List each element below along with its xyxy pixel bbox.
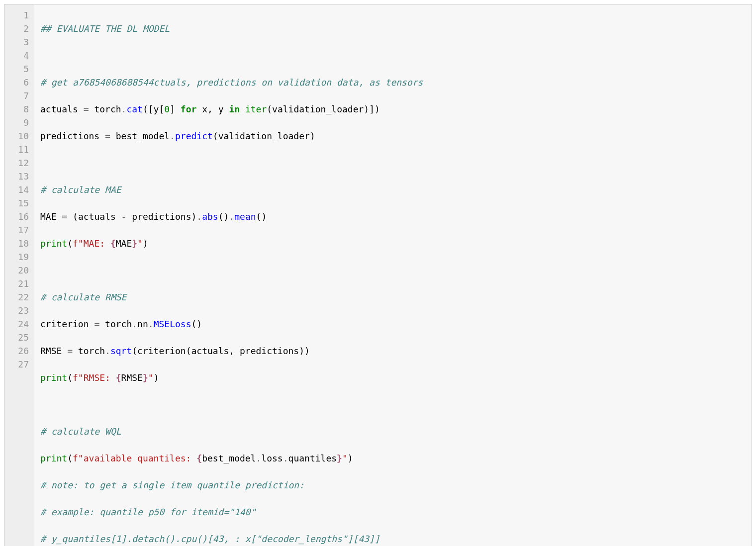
line-number: 17 [6, 223, 29, 237]
line-number: 24 [6, 317, 29, 331]
code-comment: # calculate RMSE [40, 292, 126, 302]
code-comment: # note: to get a single item quantile pr… [40, 480, 304, 490]
code-token: sqrt [110, 346, 132, 356]
line-number: 1 [6, 8, 29, 22]
code-token: = [62, 211, 67, 222]
code-token: () [218, 211, 229, 222]
code-token: print [40, 372, 67, 383]
code-token: abs [202, 211, 218, 222]
code-comment: # get a76854068688544ctuals, predictions… [40, 77, 423, 88]
code-token: . [256, 453, 262, 463]
code-token: iter [240, 104, 267, 114]
code-token: . [148, 319, 154, 329]
line-number: 18 [6, 237, 29, 250]
code-editor[interactable]: ## EVALUATE THE DL MODEL # get a76854068… [34, 4, 752, 546]
line-number: 12 [6, 156, 29, 170]
code-token: } [337, 453, 342, 463]
code-token: ) [154, 372, 159, 383]
code-token: } [143, 372, 148, 383]
code-token: = [94, 319, 99, 329]
code-token: { [110, 238, 116, 249]
code-token: (actuals [67, 211, 121, 222]
code-token: . [121, 104, 127, 114]
code-token: RMSE [40, 346, 67, 356]
line-number: 27 [6, 358, 29, 371]
line-number: 21 [6, 277, 29, 290]
code-comment: # calculate MAE [40, 184, 121, 195]
code-token: . [283, 453, 288, 463]
code-token: ( [67, 238, 73, 249]
code-token: actuals [40, 104, 84, 114]
code-token: loss [261, 453, 283, 463]
code-token: ([y[ [143, 104, 164, 114]
code-comment: # y_quantiles[1].detach().cpu()[43, : x[… [40, 534, 380, 544]
line-number: 8 [6, 102, 29, 116]
code-token: predictions [40, 131, 105, 141]
code-token: mean [234, 211, 256, 222]
code-token: 0 [164, 104, 170, 114]
code-token: MAE [116, 238, 132, 249]
code-token: print [40, 453, 67, 463]
code-token: (validation_loader) [213, 131, 315, 141]
code-token: { [116, 372, 121, 383]
code-token: = [67, 346, 73, 356]
code-token: MAE [40, 211, 62, 222]
line-number: 15 [6, 196, 29, 210]
code-token: - [121, 211, 127, 222]
code-token: = [105, 131, 110, 141]
code-cell: 1 2 3 4 5 6 7 8 9 10 11 12 13 14 15 16 1… [4, 4, 752, 546]
code-token: ] [170, 104, 181, 114]
code-token: torch [99, 319, 132, 329]
code-token: " [137, 238, 143, 249]
code-token: " [148, 372, 154, 383]
line-number: 6 [6, 76, 29, 89]
code-token: f"available quantiles: [73, 453, 196, 463]
code-token: torch [89, 104, 121, 114]
code-token: predictions) [126, 211, 196, 222]
code-comment: # example: quantile p50 for itemid="140" [40, 507, 256, 517]
line-number: 4 [6, 49, 29, 62]
line-number: 25 [6, 331, 29, 344]
code-token: ( [67, 372, 73, 383]
code-token: . [132, 319, 137, 329]
code-token: predict [175, 131, 213, 141]
code-token: ) [143, 238, 148, 249]
code-token: (criterion(actuals, predictions)) [132, 346, 310, 356]
code-token: nn [137, 319, 148, 329]
line-number: 3 [6, 35, 29, 49]
code-token: () [256, 211, 267, 222]
code-token: { [196, 453, 202, 463]
code-token: x, y [196, 104, 229, 114]
code-token: RMSE [121, 372, 143, 383]
code-token: f"MAE: [73, 238, 110, 249]
line-number: 23 [6, 304, 29, 317]
code-token: best_model [110, 131, 170, 141]
code-comment: # calculate WQL [40, 426, 121, 437]
line-number: 9 [6, 116, 29, 129]
code-comment: ## EVALUATE THE DL MODEL [40, 23, 170, 34]
line-number: 13 [6, 170, 29, 183]
code-token: () [191, 319, 202, 329]
code-token: for [181, 104, 197, 114]
line-number: 16 [6, 210, 29, 223]
line-number: 11 [6, 143, 29, 156]
line-number: 19 [6, 250, 29, 264]
code-token: quantiles [288, 453, 337, 463]
code-token: torch [73, 346, 105, 356]
code-token: } [132, 238, 137, 249]
code-token: f"RMSE: [73, 372, 116, 383]
code-token: (validation_loader)]) [267, 104, 380, 114]
line-number: 14 [6, 183, 29, 196]
code-token: . [229, 211, 234, 222]
line-number: 10 [6, 129, 29, 143]
code-token: . [105, 346, 110, 356]
line-number-gutter: 1 2 3 4 5 6 7 8 9 10 11 12 13 14 15 16 1… [4, 4, 34, 546]
code-token: cat [126, 104, 143, 114]
code-token: in [229, 104, 240, 114]
code-token: = [84, 104, 89, 114]
line-number: 2 [6, 22, 29, 35]
code-token: print [40, 238, 67, 249]
code-token: MSELoss [154, 319, 191, 329]
line-number: 26 [6, 344, 29, 358]
line-number: 22 [6, 290, 29, 304]
